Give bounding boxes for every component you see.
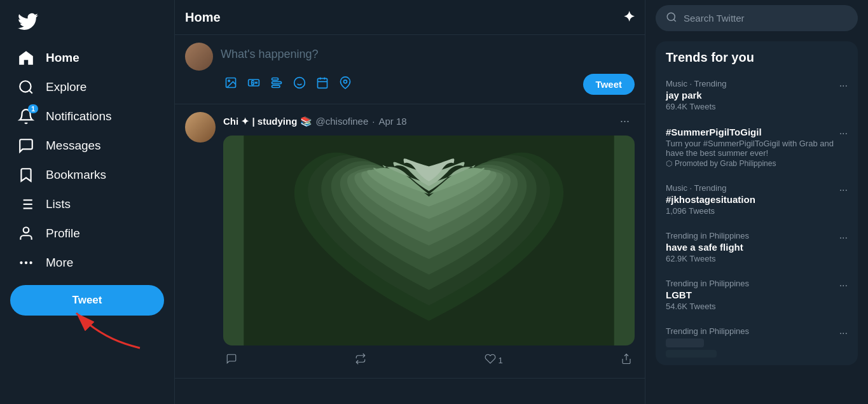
svg-line-33	[673, 19, 675, 21]
trend-item[interactable]: Trending in Philippines LGBT 54.6K Tweet…	[656, 271, 858, 319]
trend-item[interactable]: Music · Trending #jkhostagesituation 1,0…	[656, 176, 858, 223]
trend-meta: Music · Trending	[666, 79, 726, 88]
promoted-icon: ⬡	[666, 159, 672, 168]
trend-item[interactable]: Music · Trending jay park 69.4K Tweets ·…	[656, 71, 858, 119]
trends-card: Trends for you Music · Trending jay park…	[656, 41, 858, 365]
search-input[interactable]	[684, 13, 848, 24]
retweet-action[interactable]	[352, 351, 369, 370]
tweet-username: Chi ✦ | studying 📚	[223, 116, 312, 127]
tweet-button[interactable]: Tweet	[10, 285, 164, 316]
trend-more-button[interactable]: ···	[839, 128, 848, 139]
nav-notifications[interactable]: Notifications 1	[10, 102, 164, 131]
tweet-user-info: Chi ✦ | studying 📚 @chisofinee · Apr 18	[223, 116, 407, 127]
compose-tools	[221, 73, 355, 96]
trend-count: 62.9K Tweets	[666, 254, 749, 263]
trend-content: Music · Trending jay park 69.4K Tweets	[666, 79, 726, 111]
svg-point-9	[20, 261, 22, 264]
trend-item[interactable]: Trending in Philippines have a safe flig…	[656, 223, 858, 271]
svg-rect-20	[272, 78, 279, 80]
nav-explore-label: Explore	[46, 80, 86, 94]
main-feed: Home ✦ What's happening?	[175, 0, 645, 404]
tweet-actions: 1	[223, 351, 635, 370]
sparkle-icon[interactable]: ✦	[623, 9, 635, 25]
trend-count: 54.6K Tweets	[666, 302, 749, 311]
trend-content: Trending in Philippines	[666, 326, 749, 358]
feed-header: Home ✦	[175, 0, 645, 35]
svg-point-32	[667, 13, 675, 20]
tweet-handle: @chisofinee	[316, 116, 369, 127]
promoted-badge: ⬡ Promoted by Grab Philippines	[666, 159, 834, 168]
schedule-tool-button[interactable]	[312, 73, 333, 96]
bookmarks-icon	[18, 167, 34, 183]
reply-action[interactable]	[223, 351, 240, 370]
svg-line-1	[29, 90, 32, 94]
trend-meta: Music · Trending	[666, 183, 755, 193]
gif-tool-button[interactable]	[244, 73, 264, 96]
compose-right: What's happening?	[221, 43, 635, 96]
lists-icon	[18, 196, 34, 212]
like-count: 1	[499, 356, 503, 365]
svg-point-10	[25, 261, 27, 264]
nav-messages[interactable]: Messages	[10, 131, 164, 160]
svg-point-14	[228, 80, 230, 81]
poll-tool-button[interactable]	[266, 73, 287, 96]
messages-icon	[18, 137, 34, 154]
trend-item[interactable]: Trending in Philippines ···	[656, 319, 858, 365]
svg-point-0	[20, 81, 31, 92]
trend-content: Trending in Philippines have a safe flig…	[666, 231, 749, 263]
trend-name: #jkhostagesituation	[666, 194, 755, 205]
trend-promoted-desc: Turn your #SummerPigilToGigil with Grab …	[666, 139, 834, 158]
svg-point-8	[24, 227, 29, 233]
trend-more-button[interactable]: ···	[839, 280, 848, 291]
svg-point-22	[294, 78, 305, 88]
trends-title: Trends for you	[656, 41, 858, 71]
home-icon	[18, 50, 34, 66]
sidebar: Home Explore Notifications 1 Messages	[0, 0, 175, 404]
compose-tweet-button[interactable]: Tweet	[583, 74, 635, 95]
trend-count: 69.4K Tweets	[666, 102, 726, 111]
share-action[interactable]	[618, 351, 635, 370]
trend-meta: Trending in Philippines	[666, 279, 749, 288]
twitter-logo[interactable]	[10, 5, 164, 41]
svg-rect-21	[272, 85, 280, 87]
trend-more-button[interactable]: ···	[839, 185, 848, 196]
location-tool-button[interactable]	[335, 73, 355, 96]
search-box[interactable]	[656, 5, 858, 31]
right-sidebar: Trends for you Music · Trending jay park…	[645, 0, 868, 404]
search-icon	[666, 11, 677, 25]
nav-profile-label: Profile	[46, 226, 80, 240]
compose-avatar	[185, 43, 213, 71]
trend-more-button[interactable]: ···	[839, 328, 848, 339]
like-action[interactable]: 1	[482, 351, 506, 370]
trend-more-button[interactable]: ···	[839, 80, 848, 92]
nav-more[interactable]: More	[10, 248, 164, 277]
nav-lists[interactable]: Lists	[10, 190, 164, 219]
nav-explore[interactable]: Explore	[10, 73, 164, 102]
nav-more-label: More	[46, 256, 73, 270]
tweet-more-button[interactable]: ···	[615, 112, 635, 130]
compose-input[interactable]: What's happening?	[221, 43, 635, 66]
nav-bookmarks[interactable]: Bookmarks	[10, 160, 164, 190]
trend-promoted-name: #SummerPigilToGigil	[666, 127, 834, 137]
nav-profile[interactable]: Profile	[10, 219, 164, 248]
tweet-item[interactable]: Chi ✦ | studying 📚 @chisofinee · Apr 18 …	[175, 104, 645, 379]
trend-content: Music · Trending #jkhostagesituation 1,0…	[666, 183, 755, 216]
nav-notifications-label: Notifications	[46, 109, 112, 123]
nav-home-label: Home	[46, 51, 79, 65]
svg-point-11	[29, 261, 32, 264]
trend-item-promoted[interactable]: #SummerPigilToGigil Turn your #SummerPig…	[656, 119, 858, 176]
nav-bookmarks-label: Bookmarks	[46, 168, 106, 182]
retweet-icon	[355, 353, 366, 368]
reply-icon	[226, 353, 237, 368]
image-tool-button[interactable]	[221, 73, 241, 96]
promoted-by-text: Promoted by Grab Philippines	[675, 159, 776, 168]
emoji-tool-button[interactable]	[289, 73, 310, 96]
profile-icon	[18, 225, 34, 242]
nav-home[interactable]: Home	[10, 43, 164, 73]
trend-more-button[interactable]: ···	[839, 232, 848, 244]
trend-count: 1,096 Tweets	[666, 206, 755, 216]
tweet-avatar-image	[185, 112, 216, 143]
compose-avatar-image	[185, 43, 213, 71]
trend-name: have a safe flight	[666, 242, 749, 253]
heart-image	[223, 136, 635, 345]
